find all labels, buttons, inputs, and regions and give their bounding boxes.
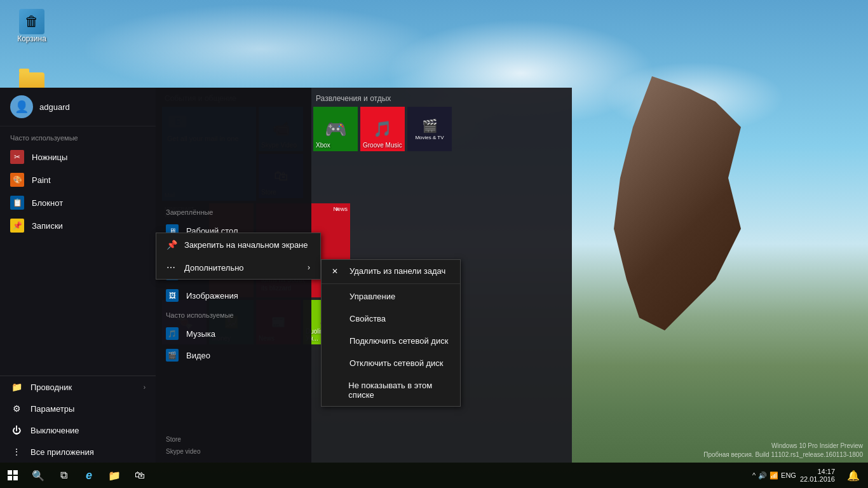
context-menu: 📌 Закрепить на начальном экране ⋯ Дополн… bbox=[156, 233, 321, 280]
all-apps-icon: ⋮ bbox=[10, 445, 23, 458]
user-section[interactable]: 👤 adguard bbox=[0, 88, 156, 126]
skype-item-label: Skype video bbox=[156, 445, 311, 458]
ctx-properties-item[interactable]: Свойства bbox=[322, 308, 460, 330]
ctx-hide-item[interactable]: Не показывать в этом списке bbox=[322, 374, 460, 406]
task-view-icon: ⧉ bbox=[60, 470, 67, 481]
ctx-properties-label: Свойства bbox=[349, 314, 386, 323]
paint-icon: 🎨 bbox=[10, 173, 24, 187]
task-view-button[interactable]: ⧉ bbox=[51, 463, 76, 488]
menu-item-explorer[interactable]: 📁 Проводник › bbox=[0, 376, 156, 398]
freq-label: Часто используемые bbox=[0, 132, 156, 146]
start-menu-left: 👤 adguard Часто используемые ✂ Ножницы 🎨… bbox=[0, 88, 156, 463]
menu-item-notepad[interactable]: 📋 Блокнот bbox=[0, 191, 156, 214]
remove-icon: ✕ bbox=[332, 267, 343, 276]
main-context-menu: 📌 Закрепить на начальном экране ⋯ Дополн… bbox=[156, 233, 321, 280]
all-apps-label: Все приложения bbox=[31, 447, 94, 457]
build-line1: Windows 10 Pro Insider Preview bbox=[703, 442, 863, 451]
ctx-connect-drive-item[interactable]: Подключить сетевой диск bbox=[322, 330, 460, 352]
bottom-items: 📁 Проводник › ⚙ Параметры ⏻ Выключение ⋮… bbox=[0, 376, 156, 463]
svg-rect-1 bbox=[13, 470, 18, 475]
explorer-icon: 📁 bbox=[10, 381, 23, 393]
build-info: Windows 10 Pro Insider Preview Пробная в… bbox=[703, 442, 863, 459]
ctx-remove-label: Удалить из панели задач bbox=[349, 266, 445, 276]
paint-label: Paint bbox=[32, 175, 51, 185]
ctx-more-item[interactable]: ⋯ Дополнительно › bbox=[156, 256, 320, 279]
images-label: Изображения bbox=[186, 291, 238, 301]
start-button[interactable] bbox=[0, 463, 25, 488]
clock-date: 22.01.2016 bbox=[800, 475, 835, 483]
recycle-bin-icon[interactable]: 🗑 Корзина bbox=[6, 6, 57, 46]
groove-label: Groove Music bbox=[363, 142, 402, 149]
notifications-button[interactable]: 🔔 bbox=[844, 463, 863, 488]
ctx-remove-item[interactable]: ✕ Удалить из панели задач bbox=[322, 260, 460, 282]
svg-rect-0 bbox=[8, 470, 12, 475]
search-button[interactable]: 🔍 bbox=[25, 463, 51, 488]
ctx-divider bbox=[322, 283, 460, 284]
search-icon: 🔍 bbox=[32, 470, 44, 482]
movies-label: Movies & TV bbox=[415, 135, 444, 140]
taskbar-right: ^ 🔊 📶 ENG 14:17 22.01.2016 🔔 bbox=[752, 463, 868, 488]
store-item-label: Store bbox=[156, 433, 311, 445]
scissors-icon: ✂ bbox=[10, 150, 24, 164]
recycle-bin-image: 🗑 bbox=[19, 9, 44, 34]
store-taskbar-button[interactable]: 🛍 bbox=[127, 463, 153, 488]
chevron-icon[interactable]: ^ bbox=[752, 471, 756, 479]
notepad-label: Блокнот bbox=[32, 198, 63, 208]
ctx-more-label: Дополнительно bbox=[184, 263, 244, 273]
ctx-pin-item[interactable]: 📌 Закрепить на начальном экране bbox=[156, 233, 320, 256]
section2-label: Развлечения и отдых bbox=[313, 94, 452, 103]
menu-item-power[interactable]: ⏻ Выключение bbox=[0, 419, 156, 441]
menu-item-scissors[interactable]: ✂ Ножницы bbox=[0, 146, 156, 168]
power-label: Выключение bbox=[31, 426, 79, 435]
taskbar: 🔍 ⧉ e 📁 🛍 ^ 🔊 📶 ENG 14:17 bbox=[0, 463, 868, 488]
explorer-images[interactable]: 🖼 Изображения bbox=[156, 285, 311, 306]
menu-item-settings[interactable]: ⚙ Параметры bbox=[0, 398, 156, 419]
svg-rect-2 bbox=[8, 476, 12, 480]
power-icon: ⏻ bbox=[10, 424, 23, 437]
groove-tile[interactable]: 🎵 Groove Music bbox=[360, 107, 405, 151]
menu-item-sticky[interactable]: 📌 Записки bbox=[0, 214, 156, 237]
clock-time: 14:17 bbox=[817, 468, 835, 475]
movies-tile[interactable]: 🎬 Movies & TV bbox=[407, 107, 452, 151]
sticky-label: Записки bbox=[32, 221, 63, 231]
menu-item-paint[interactable]: 🎨 Paint bbox=[0, 168, 156, 191]
user-name: adguard bbox=[39, 102, 70, 112]
system-tray: ^ 🔊 📶 ENG bbox=[752, 471, 796, 480]
clock[interactable]: 14:17 22.01.2016 bbox=[800, 468, 840, 483]
sub-context-menu: ✕ Удалить из панели задач Управление Сво… bbox=[321, 259, 461, 407]
sticky-icon: 📌 bbox=[10, 219, 24, 233]
ctx-manage-label: Управление bbox=[349, 292, 395, 301]
build-line2: Пробная версия. Build 11102.rs1_release.… bbox=[703, 451, 863, 459]
pin-icon: 📌 bbox=[166, 240, 178, 250]
notepad-icon: 📋 bbox=[10, 196, 24, 210]
desktop: 🗑 Корзина Windows 10 Pro Insider Preview… bbox=[0, 0, 868, 488]
explorer-arrow: › bbox=[144, 384, 146, 391]
menu-item-all-apps[interactable]: ⋮ Все приложения bbox=[0, 441, 156, 463]
scissors-label: Ножницы bbox=[32, 152, 67, 162]
explorer-taskbar-button[interactable]: 📁 bbox=[102, 463, 127, 488]
recycle-bin-label: Корзина bbox=[17, 34, 46, 43]
xbox-tile[interactable]: 🎮 Xbox bbox=[313, 107, 358, 151]
network-icon[interactable]: 📶 bbox=[770, 471, 778, 480]
ctx-disconnect-drive-label: Отключить сетевой диск bbox=[349, 358, 444, 368]
ctx-connect-drive-label: Подключить сетевой диск bbox=[349, 336, 448, 346]
frequently-used-section: Часто используемые ✂ Ножницы 🎨 Paint 📋 Б… bbox=[0, 126, 156, 376]
ctx-hide-label: Не показывать в этом списке bbox=[348, 381, 450, 400]
explorer-label: Проводник bbox=[31, 383, 72, 392]
xbox-label: Xbox bbox=[316, 142, 330, 149]
speaker-icon[interactable]: 🔊 bbox=[758, 471, 767, 480]
avatar: 👤 bbox=[10, 95, 33, 118]
start-menu: 👤 adguard Часто используемые ✂ Ножницы 🎨… bbox=[0, 88, 572, 463]
submenu-arrow: › bbox=[308, 263, 310, 272]
edge-button[interactable]: e bbox=[76, 463, 102, 488]
lang-indicator[interactable]: ENG bbox=[781, 471, 796, 479]
settings-icon: ⚙ bbox=[10, 402, 23, 415]
ctx-disconnect-drive-item[interactable]: Отключить сетевой диск bbox=[322, 352, 460, 374]
pinned-label: Закреплённые bbox=[156, 206, 311, 220]
more-icon: ⋯ bbox=[166, 262, 178, 273]
ctx-manage-item[interactable]: Управление bbox=[322, 285, 460, 308]
settings-label: Параметры bbox=[31, 404, 74, 414]
explorer-taskbar-icon: 📁 bbox=[108, 470, 121, 482]
notifications-icon: 🔔 bbox=[847, 470, 860, 482]
images-icon: 🖼 bbox=[166, 289, 179, 302]
